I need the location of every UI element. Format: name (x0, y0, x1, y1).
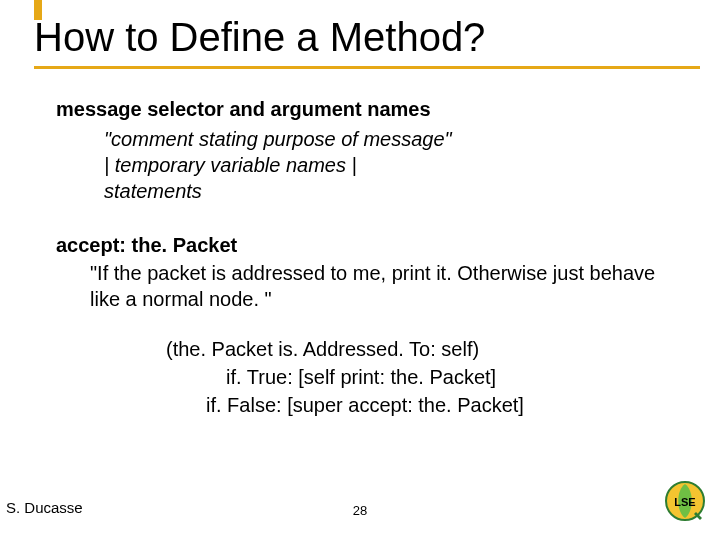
template-selector: message selector and argument names (56, 96, 690, 122)
page-number: 28 (353, 503, 367, 518)
example-selector: accept: the. Packet (56, 232, 690, 258)
template-temps: | temporary variable names | (104, 152, 690, 178)
lse-logo-icon: LSE (664, 480, 706, 522)
author-label: S. Ducasse (6, 499, 83, 516)
template-statements: statements (104, 178, 690, 204)
title-underline (34, 66, 700, 69)
footer: S. Ducasse 28 LSE (0, 486, 720, 526)
title-block: How to Define a Method? (34, 14, 700, 69)
svg-text:LSE: LSE (674, 496, 695, 508)
slide-content: message selector and argument names "com… (56, 96, 690, 418)
example-iffalse: if. False: [super accept: the. Packet] (206, 392, 690, 418)
example-iftrue: if. True: [self print: the. Packet] (226, 364, 690, 390)
slide-title: How to Define a Method? (34, 14, 700, 60)
example-expression: (the. Packet is. Addressed. To: self) (166, 336, 690, 362)
example-comment: "If the packet is addressed to me, print… (90, 260, 690, 312)
template-comment: "comment stating purpose of message" (104, 126, 690, 152)
